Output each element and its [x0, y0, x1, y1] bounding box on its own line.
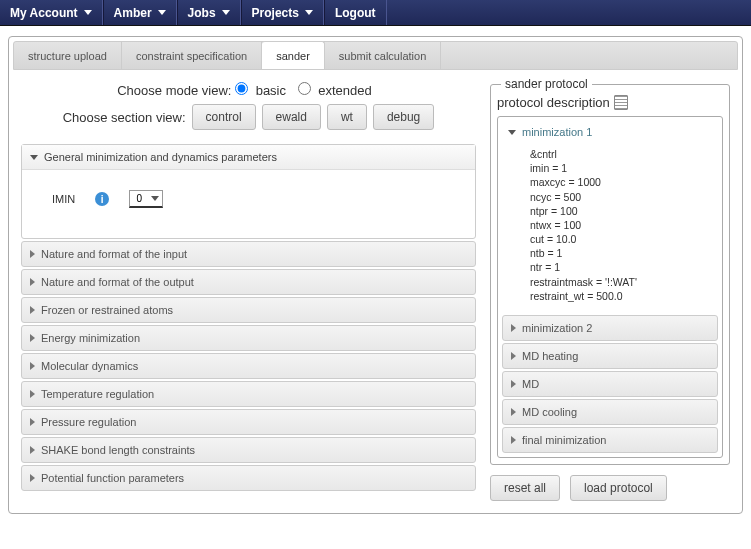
protocol-step[interactable]: final minimization	[502, 427, 718, 453]
protocol-desc-row: protocol description	[497, 95, 723, 110]
accordion-item[interactable]: Nature and format of the output	[21, 269, 476, 295]
accordion-item[interactable]: Frozen or restrained atoms	[21, 297, 476, 323]
protocol-desc-label: protocol description	[497, 95, 610, 110]
protocol-box: minimization 1 &cntrlimin = 1maxcyc = 10…	[497, 116, 723, 458]
chevron-right-icon	[30, 250, 35, 258]
accordion-item[interactable]: SHAKE bond length constraints	[21, 437, 476, 463]
accordion-item-label: Pressure regulation	[41, 416, 136, 428]
nav-projects[interactable]: Projects	[241, 0, 324, 25]
nav-my-account[interactable]: My Account	[0, 0, 103, 25]
nav-label: Logout	[335, 6, 376, 20]
nav-label: My Account	[10, 6, 78, 20]
reset-all-button[interactable]: reset all	[490, 475, 560, 501]
accordion-item-label: Nature and format of the input	[41, 248, 187, 260]
accordion-item[interactable]: Potential function parameters	[21, 465, 476, 491]
protocol-buttons: reset all load protocol	[490, 475, 730, 501]
accordion-item-label: Molecular dynamics	[41, 360, 138, 372]
protocol-line: ntr = 1	[530, 260, 712, 274]
imin-input[interactable]	[130, 193, 148, 204]
load-protocol-button[interactable]: load protocol	[570, 475, 667, 501]
tab-constraint-specification[interactable]: constraint specification	[122, 42, 262, 69]
section-debug-button[interactable]: debug	[373, 104, 434, 130]
protocol-line: restraintmask = '!:WAT'	[530, 275, 712, 289]
document-icon[interactable]	[614, 95, 628, 110]
accordion-item-label: Energy minimization	[41, 332, 140, 344]
tab-sander[interactable]: sander	[262, 41, 325, 69]
mode-label: Choose mode view:	[117, 83, 231, 98]
accordion-item-label: Frozen or restrained atoms	[41, 304, 173, 316]
accordion-header-general[interactable]: General minimization and dynamics parame…	[22, 145, 475, 170]
accordion-item[interactable]: Molecular dynamics	[21, 353, 476, 379]
accordion-item[interactable]: Energy minimization	[21, 325, 476, 351]
accordion-item[interactable]: Nature and format of the input	[21, 241, 476, 267]
protocol-line: ntb = 1	[530, 246, 712, 260]
mode-row: Choose mode view: basic extended	[21, 82, 476, 98]
navbar: My AccountAmberJobsProjectsLogout	[0, 0, 751, 26]
chevron-right-icon	[511, 408, 516, 416]
mode-extended-label: extended	[318, 83, 372, 98]
accordion-item-label: Nature and format of the output	[41, 276, 194, 288]
right-panel: sander protocol protocol description min…	[490, 82, 730, 501]
tab-submit-calculation[interactable]: submit calculation	[325, 42, 441, 69]
accordion-item[interactable]: Pressure regulation	[21, 409, 476, 435]
accordion-item[interactable]: Temperature regulation	[21, 381, 476, 407]
chevron-down-icon	[305, 10, 313, 15]
chevron-down-icon	[158, 10, 166, 15]
left-panel: Choose mode view: basic extended Choose …	[21, 82, 476, 501]
nav-label: Amber	[114, 6, 152, 20]
protocol-step[interactable]: MD cooling	[502, 399, 718, 425]
chevron-right-icon	[30, 306, 35, 314]
protocol-line: ntpr = 100	[530, 204, 712, 218]
accordion-item-label: Temperature regulation	[41, 388, 154, 400]
accordion-title: General minimization and dynamics parame…	[44, 151, 277, 163]
nav-amber[interactable]: Amber	[103, 0, 177, 25]
protocol-step-label: MD	[522, 378, 539, 390]
protocol-step[interactable]: MD	[502, 371, 718, 397]
nav-label: Jobs	[188, 6, 216, 20]
chevron-right-icon	[511, 352, 516, 360]
accordion: General minimization and dynamics parame…	[21, 144, 476, 491]
protocol-line: ntwx = 100	[530, 218, 712, 232]
mode-extended-radio[interactable]	[298, 82, 311, 95]
mode-basic-label: basic	[256, 83, 286, 98]
protocol-step-label: minimization 2	[522, 322, 592, 334]
protocol-step-minimization1[interactable]: minimization 1	[502, 121, 718, 143]
section-ewald-button[interactable]: ewald	[262, 104, 321, 130]
info-icon[interactable]: i	[95, 192, 109, 206]
chevron-right-icon	[30, 446, 35, 454]
chevron-right-icon	[30, 334, 35, 342]
section-wt-button[interactable]: wt	[327, 104, 367, 130]
accordion-item-label: Potential function parameters	[41, 472, 184, 484]
accordion-open-general: General minimization and dynamics parame…	[21, 144, 476, 239]
protocol-step-label: final minimization	[522, 434, 606, 446]
protocol-step[interactable]: MD heating	[502, 343, 718, 369]
protocol-step-label: minimization 1	[522, 126, 592, 138]
chevron-right-icon	[30, 390, 35, 398]
tabbar: structure uploadconstraint specification…	[13, 41, 738, 70]
chevron-down-icon	[84, 10, 92, 15]
nav-label: Projects	[252, 6, 299, 20]
protocol-step[interactable]: minimization 2	[502, 315, 718, 341]
tab-structure-upload[interactable]: structure upload	[14, 42, 122, 69]
nav-logout[interactable]: Logout	[324, 0, 387, 25]
protocol-line: cut = 10.0	[530, 232, 712, 246]
mode-basic-radio[interactable]	[235, 82, 248, 95]
chevron-down-icon	[508, 130, 516, 135]
protocol-fieldset: sander protocol protocol description min…	[490, 84, 730, 465]
chevron-right-icon	[30, 278, 35, 286]
chevron-right-icon	[30, 362, 35, 370]
nav-jobs[interactable]: Jobs	[177, 0, 241, 25]
protocol-line: &cntrl	[530, 147, 712, 161]
protocol-legend: sander protocol	[501, 77, 592, 91]
imin-select[interactable]	[129, 190, 163, 208]
protocol-step-label: MD cooling	[522, 406, 577, 418]
chevron-right-icon	[30, 474, 35, 482]
protocol-step-label: MD heating	[522, 350, 578, 362]
section-control-button[interactable]: control	[192, 104, 256, 130]
chevron-down-icon	[151, 196, 159, 201]
chevron-right-icon	[511, 436, 516, 444]
chevron-right-icon	[511, 380, 516, 388]
section-label: Choose section view:	[63, 110, 186, 125]
section-row: Choose section view: control ewald wt de…	[21, 104, 476, 130]
imin-label: IMIN	[52, 193, 75, 205]
